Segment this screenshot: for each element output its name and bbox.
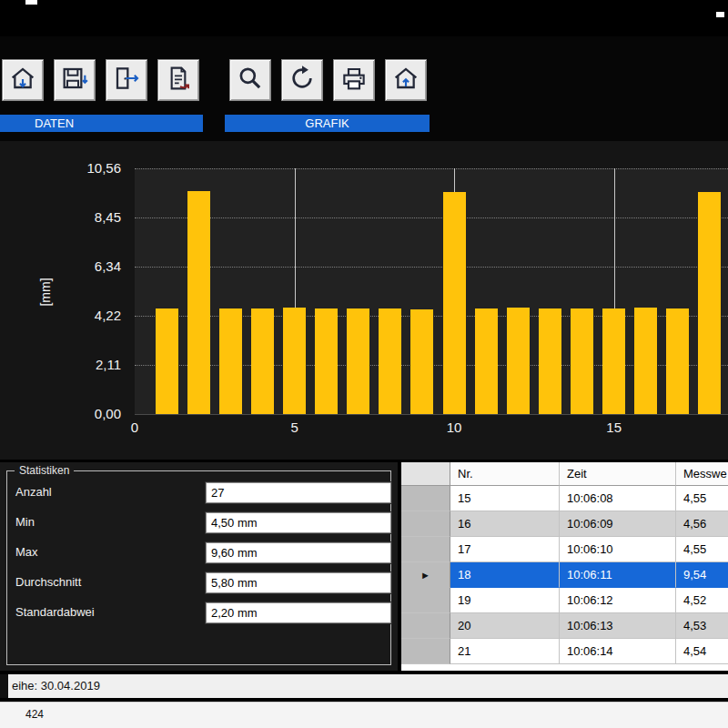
table-row[interactable]: 1510:06:084,55 xyxy=(401,486,728,511)
chart-bar xyxy=(634,308,657,414)
toolbar: DATEN GRAFIK xyxy=(0,36,728,141)
status-date-text: eihe: 30.04.2019 xyxy=(12,674,100,698)
chart-bar xyxy=(187,191,210,414)
row-selector[interactable] xyxy=(401,511,450,537)
row-selector[interactable]: ► xyxy=(401,562,450,588)
toolbar-group-label-daten: DATEN xyxy=(0,115,203,132)
exit-button[interactable] xyxy=(106,59,147,101)
column-header-messwe[interactable]: Messwe xyxy=(676,462,728,486)
titlebar-artifact-right xyxy=(716,12,724,17)
stat-input-anzahl[interactable] xyxy=(206,482,391,503)
row-selector[interactable] xyxy=(401,486,450,511)
row-selector[interactable] xyxy=(401,639,450,664)
chart-bar xyxy=(379,308,401,414)
cell: 10:06:14 xyxy=(560,639,676,664)
cell: 4,53 xyxy=(676,613,728,639)
refresh-button[interactable] xyxy=(281,59,323,101)
table-row[interactable]: 2010:06:134,53 xyxy=(401,613,728,639)
printer-icon xyxy=(339,64,369,96)
cell: 20 xyxy=(450,613,560,639)
statistics-fields: AnzahlMinMaxDurchschnittStandardabwei xyxy=(7,471,390,664)
chart-bar xyxy=(315,308,338,414)
y-tick-label: 6,34 xyxy=(55,258,127,274)
y-tick-label: 2,11 xyxy=(55,357,127,372)
x-tick-label: 15 xyxy=(601,420,628,435)
table-row[interactable]: 2110:06:144,54 xyxy=(401,639,728,664)
toolbar-group-label-grafik: GRAFIK xyxy=(225,115,430,132)
titlebar-artifact-left xyxy=(25,0,37,5)
stat-label: Durchschnitt xyxy=(15,575,81,589)
stat-label: Standardabwei xyxy=(15,605,95,619)
magnifier-icon xyxy=(236,64,265,96)
stat-input-standardabwei[interactable] xyxy=(206,602,391,623)
home-button[interactable] xyxy=(385,59,427,101)
chart-panel: [mm] 0,002,114,226,348,4510,56 051015 xyxy=(0,141,728,460)
row-selector-header[interactable] xyxy=(401,462,450,486)
cell: 10:06:10 xyxy=(560,537,676,562)
refresh-arrow-icon xyxy=(288,64,317,96)
cell: 21 xyxy=(450,639,560,664)
report-document-icon xyxy=(164,64,193,96)
status-bar-upper: eihe: 30.04.2019 xyxy=(0,674,728,698)
table-row[interactable]: 1710:06:104,55 xyxy=(401,537,728,562)
zoom-button[interactable] xyxy=(229,59,271,101)
cell: 15 xyxy=(450,486,560,511)
cell: 4,52 xyxy=(676,588,728,613)
chart-bar xyxy=(347,308,369,414)
y-tick-label: 4,22 xyxy=(55,308,127,323)
chart-bar xyxy=(251,308,274,414)
stat-input-max[interactable] xyxy=(206,542,391,563)
chart-bar xyxy=(698,192,721,414)
cell: 10:06:11 xyxy=(560,562,676,588)
chart-bar xyxy=(602,308,625,414)
stat-label: Max xyxy=(15,545,38,559)
row-selector[interactable] xyxy=(401,613,450,639)
cell: 4,54 xyxy=(676,639,728,664)
chart-plot-area xyxy=(135,168,728,415)
h-gridline xyxy=(135,168,728,169)
row-selector[interactable] xyxy=(401,588,450,613)
save-button[interactable] xyxy=(54,59,96,101)
cell: 4,56 xyxy=(676,511,728,537)
y-axis: 0,002,114,226,348,4510,56 xyxy=(55,168,127,414)
stat-row: Min xyxy=(7,512,390,534)
application-window: DATEN GRAFIK [mm] 0,002,114,226,348,4510… xyxy=(0,0,728,728)
import-button[interactable] xyxy=(2,59,44,101)
y-axis-title: [mm] xyxy=(38,274,53,310)
column-header-zeit[interactable]: Zeit xyxy=(560,462,676,486)
y-tick-label: 8,45 xyxy=(55,209,127,225)
measurement-table: Nr.ZeitMesswe1510:06:084,551610:06:094,5… xyxy=(401,462,728,671)
stat-label: Min xyxy=(15,515,35,529)
x-tick-label: 10 xyxy=(440,420,468,435)
status-block xyxy=(0,674,8,698)
status-info-text: 424 xyxy=(25,703,44,727)
save-disk-icon xyxy=(60,64,89,96)
x-tick-label: 5 xyxy=(281,420,308,435)
x-tick-label: 0 xyxy=(121,420,148,435)
table-row[interactable]: 1910:06:124,52 xyxy=(401,588,728,613)
stat-row: Standardabwei xyxy=(7,602,390,624)
table-row[interactable]: ►1810:06:119,54 xyxy=(401,562,728,588)
home-import-icon xyxy=(8,64,37,96)
stat-input-durchschnitt[interactable] xyxy=(206,572,391,593)
column-header-nr[interactable]: Nr. xyxy=(450,462,560,486)
cell: 16 xyxy=(450,511,560,537)
chart-bar xyxy=(410,309,433,414)
cell: 17 xyxy=(450,537,560,562)
print-button[interactable] xyxy=(333,59,375,101)
cell: 18 xyxy=(450,562,560,588)
report-button[interactable] xyxy=(157,59,199,101)
chart-bar xyxy=(507,308,530,414)
chart-bar xyxy=(475,308,498,414)
x-axis: 051015 xyxy=(135,420,728,440)
y-tick-label: 10,56 xyxy=(55,160,127,176)
chart-bar xyxy=(666,308,689,414)
table-row[interactable]: 1610:06:094,56 xyxy=(401,511,728,537)
statistics-panel: Statistiken AnzahlMinMaxDurchschnittStan… xyxy=(0,462,398,671)
row-selector[interactable] xyxy=(401,537,450,562)
chart-bar xyxy=(219,308,242,414)
stat-row: Max xyxy=(7,542,390,564)
cell: 10:06:12 xyxy=(560,588,676,613)
stat-input-min[interactable] xyxy=(206,512,391,533)
titlebar xyxy=(0,0,728,36)
